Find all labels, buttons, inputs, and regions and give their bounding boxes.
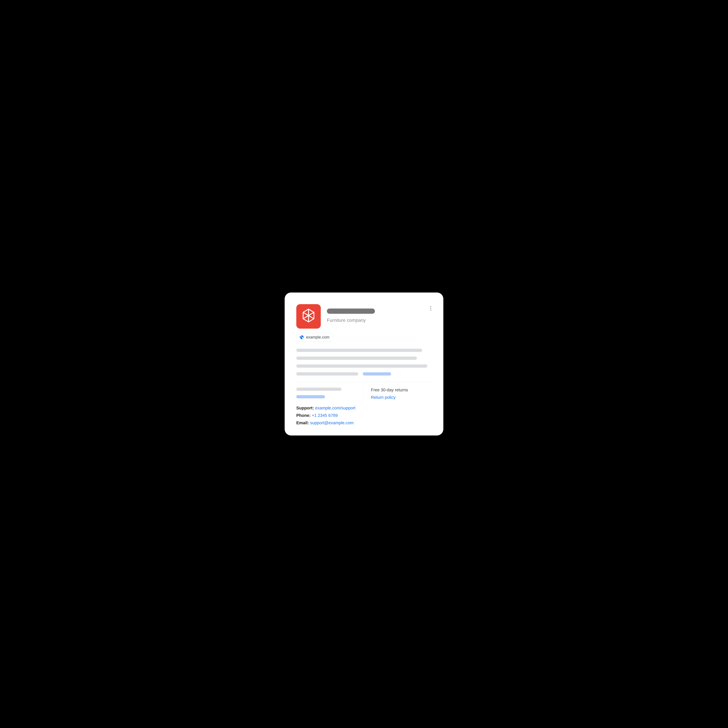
- svg-point-0: [300, 335, 304, 339]
- info-column-left: [296, 388, 363, 400]
- info-columns: Free 30-day returns Return policy: [296, 388, 432, 400]
- info-text-placeholder: [296, 388, 341, 391]
- more-options-button[interactable]: [428, 305, 433, 311]
- phone-label: Phone:: [296, 413, 310, 418]
- email-link[interactable]: support@example.com: [310, 421, 354, 425]
- knowledge-panel-card: Furniture company example.com Free 30-da…: [284, 292, 444, 436]
- phone-link[interactable]: +1 2345 6789: [312, 413, 338, 418]
- globe-icon: [299, 335, 304, 340]
- company-logo: [296, 304, 321, 329]
- company-name-placeholder: [327, 309, 375, 314]
- description-placeholder-line: [296, 372, 358, 376]
- email-label: Email:: [296, 421, 309, 425]
- chair-outline-icon: [302, 309, 315, 324]
- info-column-right: Free 30-day returns Return policy: [363, 388, 432, 400]
- support-label: Support:: [296, 406, 314, 410]
- header: Furniture company: [296, 304, 432, 329]
- returns-title: Free 30-day returns: [371, 388, 432, 392]
- description-link-placeholder[interactable]: [363, 372, 391, 376]
- company-category: Furniture company: [327, 318, 432, 323]
- website-chip[interactable]: example.com: [296, 333, 334, 342]
- phone-row: Phone: +1 2345 6789: [296, 413, 432, 418]
- email-row: Email: support@example.com: [296, 421, 432, 425]
- info-link-placeholder[interactable]: [296, 395, 325, 398]
- description-placeholder-line: [296, 364, 427, 368]
- description-placeholder-line: [296, 349, 422, 352]
- support-row: Support: example.com/support: [296, 406, 432, 410]
- website-chip-text: example.com: [306, 335, 329, 340]
- support-link[interactable]: example.com/support: [315, 406, 355, 410]
- return-policy-link[interactable]: Return policy: [371, 395, 432, 400]
- description-placeholder-line: [296, 356, 417, 360]
- description-block: [296, 349, 432, 376]
- title-block: Furniture company: [327, 304, 432, 323]
